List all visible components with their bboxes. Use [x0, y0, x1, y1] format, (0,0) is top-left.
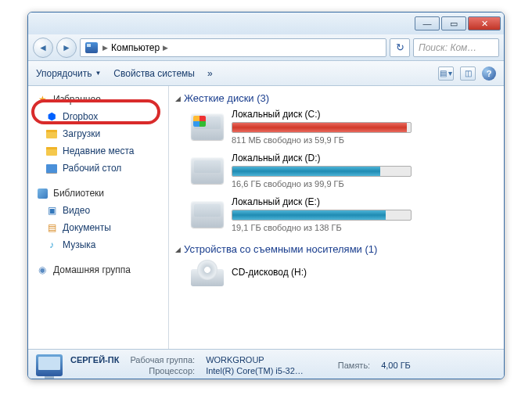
drive-item[interactable]: Локальный диск (C:)811 МБ свободно из 59…	[191, 109, 496, 145]
sidebar-libraries-header[interactable]: Библиотеки	[28, 185, 168, 202]
chevron-right-icon: ▶	[163, 44, 168, 52]
hard-drive-icon	[191, 113, 224, 140]
cpu-value: Intel(R) Core(TM) i5-32…	[206, 366, 304, 375]
sidebar-item-dropbox[interactable]: ⬢ Dropbox	[28, 108, 168, 125]
organize-menu[interactable]: Упорядочить ▼	[36, 68, 101, 79]
sidebar-item-desktop[interactable]: Рабочий стол	[28, 160, 168, 177]
drive-label: Локальный диск (E:)	[232, 196, 496, 207]
libraries-icon	[36, 187, 49, 199]
computer-name: СЕРГЕЙ-ПК	[70, 355, 119, 364]
chevron-down-icon: ▼	[95, 70, 101, 77]
drive-free-space: 811 МБ свободно из 59,9 ГБ	[232, 135, 496, 145]
collapse-icon: ◢	[175, 95, 181, 102]
drive-free-space: 19,1 ГБ свободно из 138 ГБ	[232, 223, 496, 232]
drive-capacity-bar	[232, 122, 412, 133]
memory-value: 4,00 ГБ	[381, 361, 411, 370]
search-input[interactable]: Поиск: Ком…	[413, 38, 499, 57]
toolbar-overflow[interactable]: »	[207, 68, 213, 79]
collapse-icon: ◢	[175, 246, 181, 253]
view-options-button[interactable]: ▤ ▾	[438, 66, 454, 81]
back-button[interactable]: ◄	[33, 38, 53, 58]
drive-item[interactable]: Локальный диск (E:)19,1 ГБ свободно из 1…	[191, 196, 496, 232]
address-segment[interactable]: Компьютер	[111, 42, 160, 53]
navigation-sidebar: ★ Избранное ⬢ Dropbox Загрузки Недавние …	[28, 86, 169, 349]
desktop-icon	[45, 162, 58, 174]
sidebar-item-downloads[interactable]: Загрузки	[28, 125, 168, 142]
explorer-window: — ▭ ✕ ◄ ► ▶ Компьютер ▶ ↻ Поиск: Ком… Уп…	[27, 12, 505, 379]
cpu-label: Процессор:	[130, 366, 195, 375]
content-pane: ◢ Жесткие диски (3) Локальный диск (C:)8…	[169, 86, 504, 349]
system-properties-button[interactable]: Свойства системы	[113, 68, 195, 79]
sidebar-favorites-header[interactable]: ★ Избранное	[28, 91, 168, 108]
documents-icon: ▤	[45, 221, 58, 234]
sidebar-item-recent[interactable]: Недавние места	[28, 142, 168, 160]
title-bar: — ▭ ✕	[28, 13, 504, 34]
refresh-button[interactable]: ↻	[390, 38, 410, 57]
chevron-right-icon: ▶	[102, 44, 108, 52]
drive-cd[interactable]: CD-дисковод (H:)	[191, 260, 496, 286]
hard-drive-icon	[191, 157, 224, 184]
dropbox-icon: ⬢	[45, 110, 58, 123]
minimize-button[interactable]: —	[415, 16, 440, 31]
sidebar-item-video[interactable]: ▣ Видео	[28, 202, 168, 219]
folder-icon	[45, 127, 58, 140]
drive-item[interactable]: Локальный диск (D:)16,6 ГБ свободно из 9…	[191, 153, 496, 189]
drive-label: Локальный диск (D:)	[232, 153, 496, 163]
address-bar[interactable]: ▶ Компьютер ▶	[80, 38, 386, 57]
homegroup-icon: ◉	[36, 264, 49, 276]
music-icon: ♪	[45, 239, 58, 251]
drive-label: Локальный диск (C:)	[232, 109, 496, 120]
workgroup-value: WORKGROUP	[206, 355, 304, 364]
cd-drive-icon	[191, 260, 224, 286]
sidebar-item-music[interactable]: ♪ Музыка	[28, 236, 168, 253]
drive-capacity-bar	[232, 210, 412, 221]
star-icon: ★	[36, 93, 49, 106]
group-header-removable[interactable]: ◢ Устройства со съемными носителями (1)	[174, 240, 496, 260]
sidebar-homegroup-header[interactable]: ◉ Домашняя группа	[28, 261, 168, 278]
recent-icon	[45, 145, 58, 157]
drive-free-space: 16,6 ГБ свободно из 99,9 ГБ	[232, 179, 496, 189]
navigation-row: ◄ ► ▶ Компьютер ▶ ↻ Поиск: Ком…	[28, 34, 504, 61]
toolbar: Упорядочить ▼ Свойства системы » ▤ ▾ ◫ ?	[28, 61, 504, 86]
group-header-hdd[interactable]: ◢ Жесткие диски (3)	[174, 89, 496, 109]
search-placeholder: Поиск: Ком…	[419, 42, 476, 53]
drive-capacity-bar	[232, 166, 412, 177]
workgroup-label: Рабочая группа:	[130, 355, 195, 364]
preview-pane-button[interactable]: ◫	[460, 66, 476, 81]
sidebar-item-documents[interactable]: ▤ Документы	[28, 219, 168, 236]
body-pane: ★ Избранное ⬢ Dropbox Загрузки Недавние …	[28, 86, 504, 349]
status-bar: СЕРГЕЙ-ПК Рабочая группа: WORKGROUP Проц…	[28, 349, 504, 379]
close-button[interactable]: ✕	[468, 16, 501, 31]
forward-button[interactable]: ►	[56, 38, 77, 58]
video-icon: ▣	[45, 204, 58, 217]
computer-icon	[36, 354, 63, 376]
help-button[interactable]: ?	[482, 66, 496, 81]
memory-label: Память:	[338, 361, 370, 370]
maximize-button[interactable]: ▭	[441, 16, 466, 31]
hard-drive-icon	[191, 201, 224, 228]
computer-icon	[85, 42, 98, 53]
drive-label: CD-дисковод (H:)	[232, 267, 496, 278]
